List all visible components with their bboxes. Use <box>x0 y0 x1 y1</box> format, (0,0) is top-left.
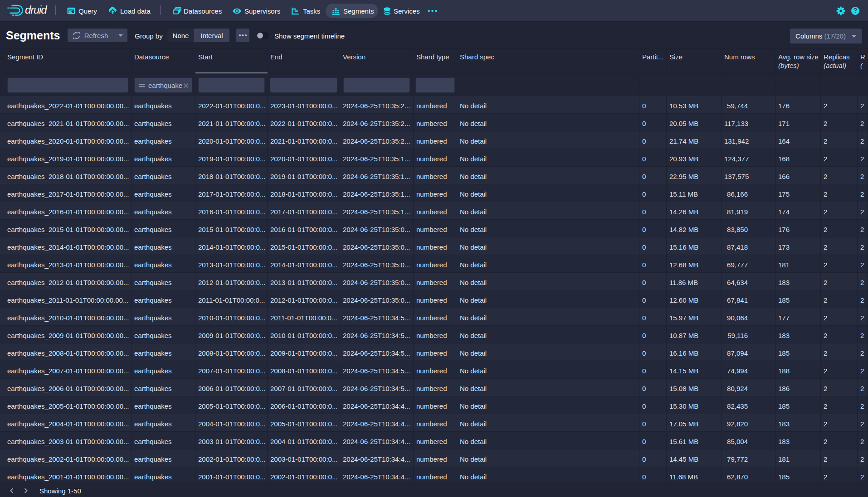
svg-text:?: ? <box>853 7 858 14</box>
